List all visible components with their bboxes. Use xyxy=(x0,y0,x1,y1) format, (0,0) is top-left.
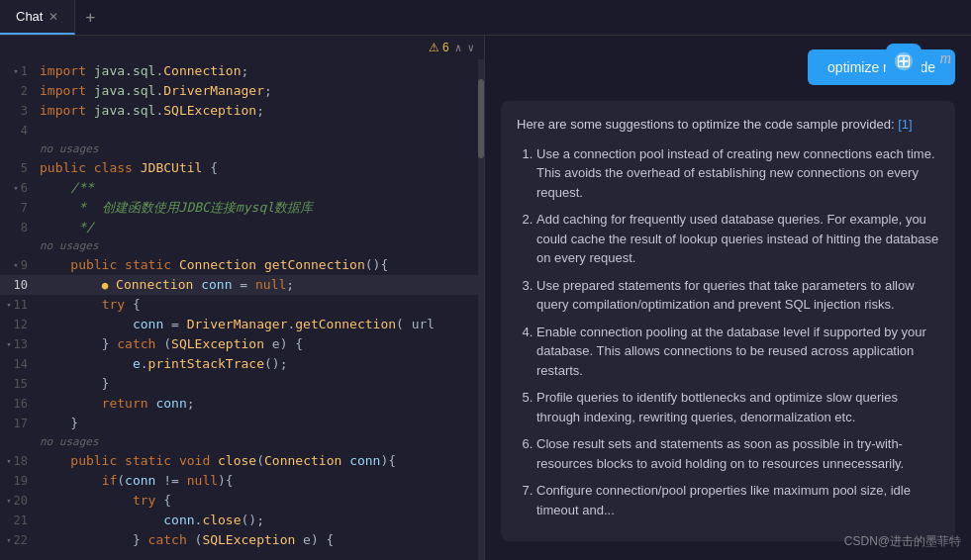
optimize-button[interactable]: optimize my code xyxy=(808,49,955,85)
line-num-2: 2 xyxy=(0,81,36,101)
suggestion-item-4: Enable connection pooling at the databas… xyxy=(536,323,939,381)
editor-panel: ⚠ 6 ∧ ∨ ▾ 1 2 3 xyxy=(0,36,485,560)
fold-arrow-18[interactable]: ▾ xyxy=(4,451,12,471)
fold-arrow-1[interactable]: ▾ xyxy=(11,61,19,81)
line-number-20: 20 xyxy=(14,491,28,511)
ai-icon-container xyxy=(886,44,922,79)
line-num-15: 15 xyxy=(0,374,36,394)
main-area: ⚠ 6 ∧ ∨ ▾ 1 2 3 xyxy=(0,36,971,560)
line-num-22: ▾ 22 xyxy=(0,530,36,550)
chat-tab[interactable]: Chat ✕ xyxy=(0,0,75,35)
code-line-5: public class JDBCUtil { xyxy=(36,158,484,178)
fold-arrow-20[interactable]: ▾ xyxy=(4,491,12,511)
line-number-12: 12 xyxy=(14,315,28,334)
warning-bar: ⚠ 6 ∧ ∨ xyxy=(0,36,484,59)
line-num-8: 8 xyxy=(0,218,36,237)
warning-up-arrow[interactable]: ∧ xyxy=(453,41,464,55)
suggestion-item-3: Use prepared statements for queries that… xyxy=(536,276,939,315)
code-line-4 xyxy=(36,121,484,140)
line-num-14: 14 xyxy=(0,354,36,374)
warning-triangle-icon: ⚠ xyxy=(429,41,439,54)
code-lines: import java.sql.Connection; import java.… xyxy=(36,59,484,560)
code-line-11: try { xyxy=(36,295,484,315)
line-number-3: 3 xyxy=(21,101,28,121)
line-num-5: 5 xyxy=(0,158,36,178)
line-num-9: ▾ 9 xyxy=(0,255,36,275)
code-container: ▾ 1 2 3 4 5 xyxy=(0,59,484,560)
line-number-17: 17 xyxy=(14,414,28,433)
fold-arrow-11[interactable]: ▾ xyxy=(4,295,12,315)
code-line-14: e.printStackTrace(); xyxy=(36,354,484,374)
line-num-7: 7 xyxy=(0,198,36,218)
scrollbar-thumb[interactable] xyxy=(478,79,484,158)
line-number-6: 6 xyxy=(21,178,28,198)
suggestion-item-2: Add caching for frequently used database… xyxy=(536,210,939,268)
watermark: CSDN@进击的墨菲特 xyxy=(844,533,961,550)
line-number-16: 16 xyxy=(14,394,28,414)
line-number-19: 19 xyxy=(14,471,28,491)
line-number-1: 1 xyxy=(21,61,28,81)
line-number-4: 4 xyxy=(21,121,28,140)
code-line-16: return conn; xyxy=(36,394,484,414)
code-line-20: try { xyxy=(36,491,484,511)
fold-arrow-6[interactable]: ▾ xyxy=(11,178,19,198)
chat-panel: m optimize my code Here are some suggest… xyxy=(485,36,971,560)
fold-arrow-9[interactable]: ▾ xyxy=(11,255,19,275)
line-num-10: 10 xyxy=(0,275,36,295)
code-line-2: import java.sql.DriverManager; xyxy=(36,81,484,101)
tab-bar: Chat ✕ + xyxy=(0,0,971,36)
code-line-17: } xyxy=(36,414,484,433)
line-num-17: 17 xyxy=(0,414,36,433)
ai-message: Here are some suggestions to optimize th… xyxy=(501,101,955,541)
line-number-5: 5 xyxy=(21,158,28,178)
chat-messages: Here are some suggestions to optimize th… xyxy=(485,93,971,560)
code-line-6: /** xyxy=(36,178,484,198)
code-line-9: public static Connection getConnection()… xyxy=(36,255,484,275)
ai-message-intro: Here are some suggestions to optimize th… xyxy=(517,115,939,135)
code-line-12: conn = DriverManager.getConnection( url xyxy=(36,315,484,334)
line-num-6: ▾ 6 xyxy=(0,178,36,198)
code-line-19: if(conn != null){ xyxy=(36,471,484,491)
code-line-21: conn.close(); xyxy=(36,511,484,530)
code-line-15: } xyxy=(36,374,484,394)
ai-icon-svg xyxy=(893,50,915,72)
no-usages-3: no usages xyxy=(36,433,484,451)
fold-arrow-13[interactable]: ▾ xyxy=(4,334,12,354)
chat-tab-close[interactable]: ✕ xyxy=(49,10,58,24)
line-number-21: 21 xyxy=(14,511,28,530)
line-number-11: 11 xyxy=(14,295,28,315)
line-num-11: ▾ 11 xyxy=(0,295,36,315)
suggestion-item-5: Profile queries to identify bottlenecks … xyxy=(536,388,939,426)
line-num-21: 21 xyxy=(0,511,36,530)
code-line-7: * 创建函数使用JDBC连接mysql数据库 xyxy=(36,198,484,218)
line-number-2: 2 xyxy=(21,81,28,101)
line-number-9: 9 xyxy=(21,255,28,275)
suggestion-item-1: Use a connection pool instead of creatin… xyxy=(536,144,939,203)
no-usages-1: no usages xyxy=(36,140,484,158)
code-line-13: } catch (SQLException e) { xyxy=(36,334,484,354)
warning-down-arrow[interactable]: ∨ xyxy=(465,41,476,55)
suggestion-list: Use a connection pool instead of creatin… xyxy=(517,144,939,520)
line-number-18: 18 xyxy=(14,451,28,471)
line-num-19: 19 xyxy=(0,471,36,491)
warning-badge: ⚠ 6 xyxy=(429,41,449,54)
code-line-1: import java.sql.Connection; xyxy=(36,61,484,81)
suggestion-item-6: Close result sets and statements as soon… xyxy=(536,434,939,473)
line-number-14: 14 xyxy=(14,354,28,374)
line-number-13: 13 xyxy=(14,334,28,354)
code-line-18: public static void close(Connection conn… xyxy=(36,451,484,471)
ref-link[interactable]: [1] xyxy=(898,117,912,132)
scrollbar-track[interactable] xyxy=(478,59,484,560)
warning-arrows: ∧ ∨ xyxy=(453,41,476,55)
line-number-10: 10 xyxy=(14,275,28,295)
line-numbers: ▾ 1 2 3 4 5 xyxy=(0,59,36,560)
line-num-4: 4 xyxy=(0,121,36,140)
line-num-13: ▾ 13 xyxy=(0,334,36,354)
code-line-10: ● Connection conn = null; xyxy=(36,275,484,295)
add-tab-button[interactable]: + xyxy=(75,8,105,27)
m-label: m xyxy=(939,49,951,67)
line-number-8: 8 xyxy=(21,218,28,237)
fold-arrow-22[interactable]: ▾ xyxy=(4,530,12,550)
line-num-20: ▾ 20 xyxy=(0,491,36,511)
ai-icon-button[interactable] xyxy=(886,44,922,79)
